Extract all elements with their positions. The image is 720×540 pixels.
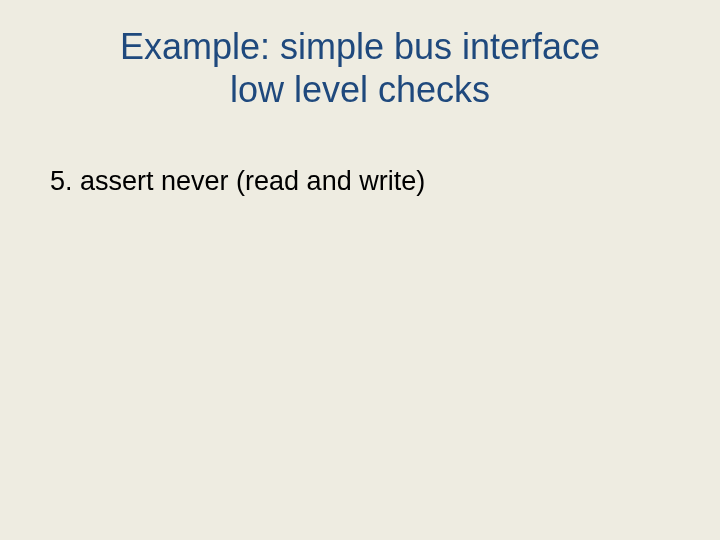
body-content: 5. assert never (read and write) (50, 166, 670, 197)
slide-container: Example: simple bus interface low level … (0, 0, 720, 540)
slide-title: Example: simple bus interface low level … (50, 25, 670, 111)
title-line-1: Example: simple bus interface (120, 26, 600, 67)
title-line-2: low level checks (230, 69, 490, 110)
